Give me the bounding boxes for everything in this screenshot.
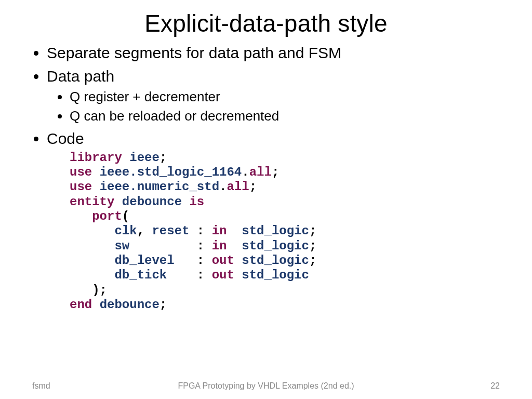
code-id: ieee.std_logic_1164 [100,165,242,179]
code-keyword: use [70,180,92,194]
code-id: std_logic [242,224,309,238]
bullet-item: Code library ieee; use ieee.std_logic_11… [47,128,500,312]
bullet-list: Separate segments for data path and FSM … [32,43,500,312]
code-id: ieee.numeric_std [100,180,219,194]
code-keyword: out [212,268,234,282]
bullet-subitem: Q register + decrementer [70,88,500,106]
code-keyword: is [189,195,204,209]
bullet-text: Code [47,130,84,147]
code-block: library ieee; use ieee.std_logic_1164.al… [70,151,500,312]
code-keyword: out [212,254,234,268]
code-id: debounce [100,298,159,312]
code-keyword: entity [70,195,114,209]
bullet-sublist: Q register + decrementer Q can be reload… [47,88,500,125]
code-keyword: in [212,239,227,253]
code-id: std_logic [242,254,309,268]
footer-center: FPGA Prototyping by VHDL Examples (2nd e… [0,381,532,391]
bullet-text: Data path [47,68,114,85]
slide: Explicit-data-path style Separate segmen… [0,0,532,399]
code-id: sw [114,239,129,253]
code-keyword: use [70,165,92,179]
slide-title: Explicit-data-path style [0,0,532,41]
code-id: std_logic [242,239,309,253]
slide-footer: fsmd FPGA Prototyping by VHDL Examples (… [0,381,532,391]
code-keyword: all [249,165,272,179]
code-keyword: port [92,209,122,223]
bullet-item: Data path Q register + decrementer Q can… [47,66,500,126]
slide-body: Separate segments for data path and FSM … [0,43,532,312]
code-id: std_logic [242,268,309,282]
bullet-item: Separate segments for data path and FSM [47,43,500,64]
bullet-subitem: Q can be reloaded or decremented [70,107,500,125]
code-id: db_level [114,254,174,268]
code-id: clk [114,224,137,238]
code-keyword: end [70,298,92,312]
code-keyword: library [70,151,122,165]
code-id: ieee [129,151,159,165]
code-keyword: in [212,224,227,238]
code-id: reset [152,224,189,238]
code-keyword: all [227,180,249,194]
code-id: debounce [122,195,182,209]
code-id: db_tick [114,268,167,282]
